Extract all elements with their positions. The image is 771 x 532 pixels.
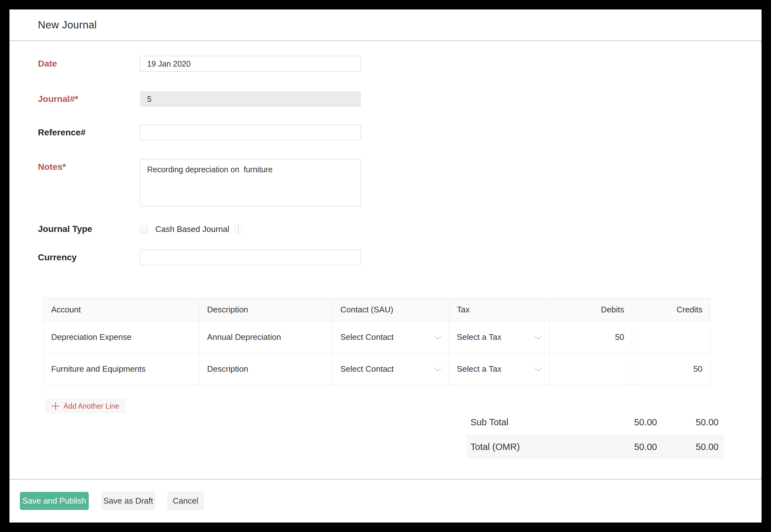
date-input[interactable] [140,56,361,72]
column-header-debits: Debits [550,298,632,321]
chevron-down-icon [435,333,441,339]
tax-select[interactable]: Select a Tax [457,364,542,374]
cash-based-journal-label: Cash Based Journal [155,224,229,234]
new-journal-dialog: New Journal Date Journal#* Reference# No… [9,9,762,523]
reference-row: Reference# [38,125,762,140]
reference-input[interactable] [140,125,361,140]
plus-icon [52,402,59,410]
contact-select-value: Select Contact [340,332,394,342]
dialog-header: New Journal [9,9,762,41]
add-another-line-button[interactable]: Add Another Line [45,399,126,413]
column-header-description: Description [199,298,333,321]
tax-select-value: Select a Tax [457,332,501,342]
dialog-body: Date Journal#* Reference# Notes* Recordi… [9,41,762,479]
journal-number-row: Journal#* [38,91,762,107]
total-credits: 50.00 [657,442,724,452]
sub-total-credits: 50.00 [657,417,724,428]
table-row: Depreciation Expense Annual Depreciation… [44,321,710,353]
notes-textarea[interactable]: Recording depreciation on furniture [140,159,361,206]
add-another-line-label: Add Another Line [63,402,119,411]
contact-select[interactable]: Select Contact [340,364,442,374]
journal-type-label: Journal Type [38,225,140,233]
date-row: Date [38,56,762,72]
column-header-tax: Tax [449,298,550,321]
journal-type-row: Journal Type Cash Based Journal i [38,225,762,233]
sub-total-label: Sub Total [466,417,594,428]
table-footer-section: Add Another Line Sub Total 50.00 50.00 T… [43,385,724,459]
tax-select[interactable]: Select a Tax [457,332,542,342]
column-header-credits: Credits [632,298,710,321]
journal-lines-table: Account Description Contact (SAU) Tax De… [43,298,724,385]
journal-number-label: Journal#* [38,91,140,107]
description-cell[interactable]: Description [199,353,333,385]
description-cell[interactable]: Annual Depreciation [199,321,333,353]
currency-input[interactable] [140,250,361,265]
info-icon[interactable]: i [234,225,242,233]
notes-label: Notes* [38,159,140,175]
reference-label: Reference# [38,125,140,140]
chevron-down-icon [535,333,542,339]
debits-cell[interactable] [550,353,632,385]
save-as-draft-button[interactable]: Save as Draft [102,492,155,510]
dialog-footer: Save and Publish Save as Draft Cancel [9,479,762,523]
total-debits: 50.00 [594,442,657,452]
total-label: Total (OMR) [466,442,594,452]
debits-cell[interactable]: 50 [550,321,632,353]
currency-row: Currency [38,250,762,265]
cash-based-journal-checkbox[interactable] [140,225,148,233]
save-and-publish-button[interactable]: Save and Publish [20,492,89,510]
chevron-down-icon [535,364,542,371]
page-title: New Journal [38,19,97,31]
chevron-down-icon [435,364,441,371]
contact-select-value: Select Contact [340,364,394,374]
total-row: Total (OMR) 50.00 50.00 [466,435,724,459]
tax-select-value: Select a Tax [457,364,501,374]
journal-number-input[interactable] [140,91,361,107]
account-cell[interactable]: Furniture and Equipments [44,353,199,385]
account-cell[interactable]: Depreciation Expense [44,321,199,353]
contact-select[interactable]: Select Contact [340,332,442,342]
column-header-contact: Contact (SAU) [333,298,449,321]
cancel-button[interactable]: Cancel [168,492,203,510]
credits-cell[interactable] [632,321,710,353]
totals-section: Sub Total 50.00 50.00 Total (OMR) 50.00 … [466,410,724,459]
notes-row: Notes* Recording depreciation on furnitu… [38,159,762,208]
credits-cell[interactable]: 50 [632,353,710,385]
sub-total-row: Sub Total 50.00 50.00 [466,410,724,435]
sub-total-debits: 50.00 [594,417,657,428]
table-header-row: Account Description Contact (SAU) Tax De… [44,298,710,321]
currency-label: Currency [38,250,140,265]
column-header-account: Account [44,298,199,321]
table-row: Furniture and Equipments Description Sel… [44,353,710,385]
date-label: Date [38,56,140,72]
